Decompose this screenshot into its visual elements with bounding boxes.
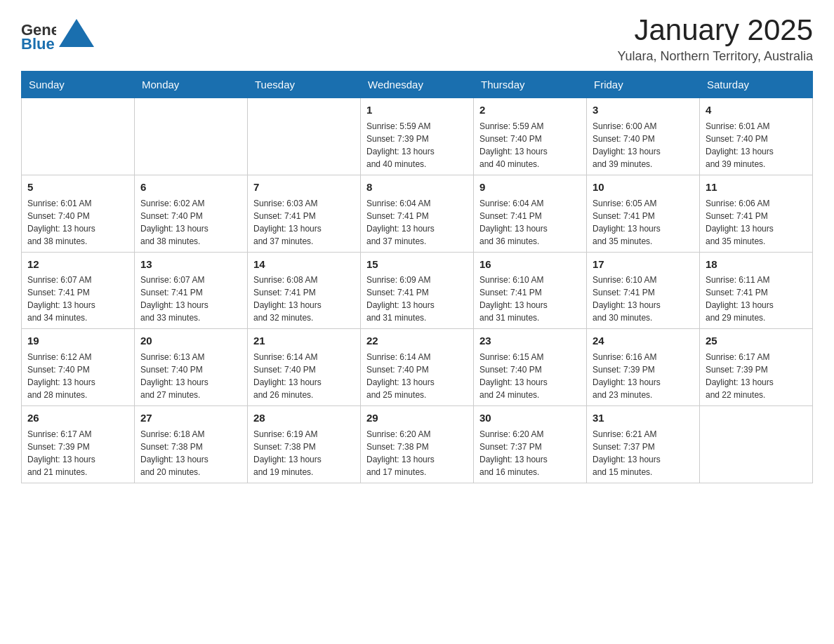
col-sunday: Sunday [22, 72, 135, 98]
logo-icon: General Blue [21, 17, 56, 52]
calendar-cell: 17Sunrise: 6:10 AMSunset: 7:41 PMDayligh… [587, 252, 700, 329]
calendar-table: Sunday Monday Tuesday Wednesday Thursday… [21, 71, 813, 483]
day-info: Sunrise: 6:07 AMSunset: 7:41 PMDaylight:… [27, 274, 128, 324]
day-info: Sunrise: 6:18 AMSunset: 7:38 PMDaylight:… [140, 428, 241, 478]
logo-triangle [55, 15, 98, 54]
day-info: Sunrise: 6:01 AMSunset: 7:40 PMDaylight:… [706, 120, 807, 170]
day-info: Sunrise: 6:09 AMSunset: 7:41 PMDaylight:… [366, 274, 468, 324]
calendar-cell: 26Sunrise: 6:17 AMSunset: 7:39 PMDayligh… [22, 406, 135, 483]
calendar-cell: 4Sunrise: 6:01 AMSunset: 7:40 PMDaylight… [700, 98, 813, 175]
calendar-week-3: 12Sunrise: 6:07 AMSunset: 7:41 PMDayligh… [22, 252, 813, 329]
day-number: 5 [27, 180, 128, 195]
calendar-cell: 19Sunrise: 6:12 AMSunset: 7:40 PMDayligh… [22, 329, 135, 406]
day-number: 6 [140, 180, 241, 195]
day-number: 25 [706, 333, 807, 349]
day-info: Sunrise: 6:06 AMSunset: 7:41 PMDaylight:… [706, 197, 807, 248]
calendar-week-4: 19Sunrise: 6:12 AMSunset: 7:40 PMDayligh… [22, 329, 813, 406]
day-number: 7 [253, 180, 355, 195]
day-info: Sunrise: 6:14 AMSunset: 7:40 PMDaylight:… [253, 351, 355, 401]
calendar-cell: 29Sunrise: 6:20 AMSunset: 7:38 PMDayligh… [361, 406, 474, 483]
day-info: Sunrise: 5:59 AMSunset: 7:39 PMDaylight:… [366, 120, 468, 170]
day-info: Sunrise: 6:15 AMSunset: 7:40 PMDaylight:… [479, 351, 581, 401]
day-number: 15 [366, 257, 468, 272]
col-saturday: Saturday [700, 72, 813, 98]
svg-marker-2 [59, 19, 94, 47]
day-info: Sunrise: 6:10 AMSunset: 7:41 PMDaylight:… [593, 274, 694, 324]
calendar-week-5: 26Sunrise: 6:17 AMSunset: 7:39 PMDayligh… [22, 406, 813, 483]
calendar-cell [248, 98, 361, 175]
day-info: Sunrise: 6:04 AMSunset: 7:41 PMDaylight:… [479, 197, 581, 248]
calendar-cell: 11Sunrise: 6:06 AMSunset: 7:41 PMDayligh… [700, 175, 813, 252]
calendar-cell: 12Sunrise: 6:07 AMSunset: 7:41 PMDayligh… [22, 252, 135, 329]
col-friday: Friday [587, 72, 700, 98]
calendar-cell: 21Sunrise: 6:14 AMSunset: 7:40 PMDayligh… [248, 329, 361, 406]
calendar-cell: 24Sunrise: 6:16 AMSunset: 7:39 PMDayligh… [587, 329, 700, 406]
calendar-cell: 13Sunrise: 6:07 AMSunset: 7:41 PMDayligh… [135, 252, 248, 329]
day-number: 17 [593, 257, 694, 272]
svg-text:Blue: Blue [21, 35, 55, 52]
day-number: 29 [366, 410, 468, 426]
day-info: Sunrise: 6:19 AMSunset: 7:38 PMDaylight:… [253, 428, 355, 478]
calendar-cell: 27Sunrise: 6:18 AMSunset: 7:38 PMDayligh… [135, 406, 248, 483]
calendar-cell [700, 406, 813, 483]
day-info: Sunrise: 6:17 AMSunset: 7:39 PMDaylight:… [706, 351, 807, 401]
day-info: Sunrise: 6:11 AMSunset: 7:41 PMDaylight:… [706, 274, 807, 324]
day-number: 9 [479, 180, 581, 195]
logo: General Blue [21, 14, 98, 54]
day-number: 1 [366, 102, 468, 118]
calendar-cell [135, 98, 248, 175]
col-tuesday: Tuesday [248, 72, 361, 98]
calendar-cell: 15Sunrise: 6:09 AMSunset: 7:41 PMDayligh… [361, 252, 474, 329]
day-number: 12 [27, 257, 128, 272]
day-info: Sunrise: 6:07 AMSunset: 7:41 PMDaylight:… [140, 274, 241, 324]
calendar-cell: 14Sunrise: 6:08 AMSunset: 7:41 PMDayligh… [248, 252, 361, 329]
calendar-cell: 1Sunrise: 5:59 AMSunset: 7:39 PMDaylight… [361, 98, 474, 175]
day-number: 18 [706, 257, 807, 272]
day-info: Sunrise: 6:03 AMSunset: 7:41 PMDaylight:… [253, 197, 355, 248]
calendar-cell: 20Sunrise: 6:13 AMSunset: 7:40 PMDayligh… [135, 329, 248, 406]
title-block: January 2025 Yulara, Northern Territory,… [618, 14, 813, 64]
calendar-cell: 9Sunrise: 6:04 AMSunset: 7:41 PMDaylight… [474, 175, 587, 252]
day-info: Sunrise: 6:05 AMSunset: 7:41 PMDaylight:… [593, 197, 694, 248]
day-number: 24 [593, 333, 694, 349]
calendar-week-1: 1Sunrise: 5:59 AMSunset: 7:39 PMDaylight… [22, 98, 813, 175]
location-subtitle: Yulara, Northern Territory, Australia [618, 49, 813, 64]
day-info: Sunrise: 5:59 AMSunset: 7:40 PMDaylight:… [479, 120, 581, 170]
calendar-cell: 31Sunrise: 6:21 AMSunset: 7:37 PMDayligh… [587, 406, 700, 483]
calendar-cell: 5Sunrise: 6:01 AMSunset: 7:40 PMDaylight… [22, 175, 135, 252]
day-number: 11 [706, 180, 807, 195]
calendar-cell: 22Sunrise: 6:14 AMSunset: 7:40 PMDayligh… [361, 329, 474, 406]
day-number: 8 [366, 180, 468, 195]
day-info: Sunrise: 6:16 AMSunset: 7:39 PMDaylight:… [593, 351, 694, 401]
day-number: 21 [253, 333, 355, 349]
day-info: Sunrise: 6:00 AMSunset: 7:40 PMDaylight:… [593, 120, 694, 170]
calendar-cell: 8Sunrise: 6:04 AMSunset: 7:41 PMDaylight… [361, 175, 474, 252]
calendar-cell: 28Sunrise: 6:19 AMSunset: 7:38 PMDayligh… [248, 406, 361, 483]
col-monday: Monday [135, 72, 248, 98]
day-number: 2 [479, 102, 581, 118]
day-number: 31 [593, 410, 694, 426]
day-number: 27 [140, 410, 241, 426]
calendar-cell: 3Sunrise: 6:00 AMSunset: 7:40 PMDaylight… [587, 98, 700, 175]
col-wednesday: Wednesday [361, 72, 474, 98]
calendar-cell: 2Sunrise: 5:59 AMSunset: 7:40 PMDaylight… [474, 98, 587, 175]
calendar-header-row: Sunday Monday Tuesday Wednesday Thursday… [22, 72, 813, 98]
page-header: General Blue January 2025 Yulara, Northe… [21, 14, 813, 64]
day-info: Sunrise: 6:04 AMSunset: 7:41 PMDaylight:… [366, 197, 468, 248]
day-info: Sunrise: 6:20 AMSunset: 7:37 PMDaylight:… [479, 428, 581, 478]
day-number: 16 [479, 257, 581, 272]
day-number: 22 [366, 333, 468, 349]
day-info: Sunrise: 6:20 AMSunset: 7:38 PMDaylight:… [366, 428, 468, 478]
day-info: Sunrise: 6:02 AMSunset: 7:40 PMDaylight:… [140, 197, 241, 248]
day-number: 23 [479, 333, 581, 349]
calendar-cell: 6Sunrise: 6:02 AMSunset: 7:40 PMDaylight… [135, 175, 248, 252]
calendar-cell: 18Sunrise: 6:11 AMSunset: 7:41 PMDayligh… [700, 252, 813, 329]
day-number: 14 [253, 257, 355, 272]
calendar-cell: 23Sunrise: 6:15 AMSunset: 7:40 PMDayligh… [474, 329, 587, 406]
day-info: Sunrise: 6:12 AMSunset: 7:40 PMDaylight:… [27, 351, 128, 401]
day-number: 13 [140, 257, 241, 272]
calendar-week-2: 5Sunrise: 6:01 AMSunset: 7:40 PMDaylight… [22, 175, 813, 252]
calendar-cell: 30Sunrise: 6:20 AMSunset: 7:37 PMDayligh… [474, 406, 587, 483]
day-number: 28 [253, 410, 355, 426]
col-thursday: Thursday [474, 72, 587, 98]
